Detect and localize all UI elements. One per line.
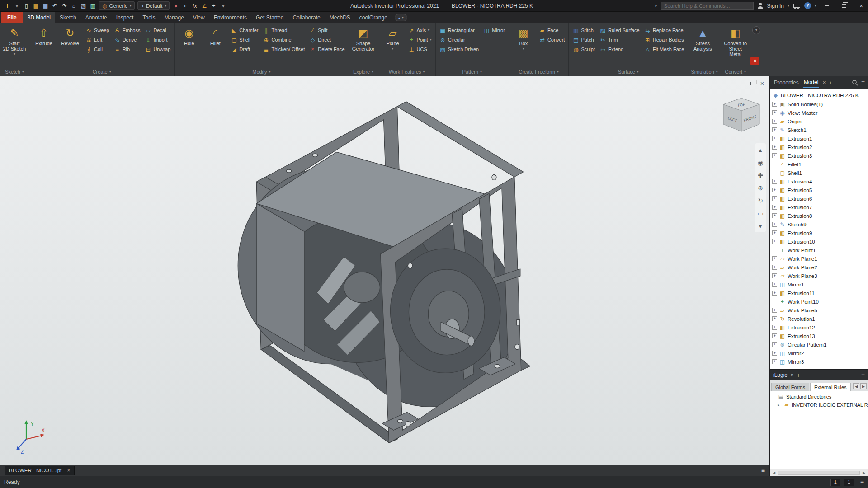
document-close-icon[interactable]: × xyxy=(760,80,764,87)
ribbon-tab-file[interactable]: File xyxy=(1,12,23,23)
browser-node-extrusion6[interactable]: +◧Extrusion6 xyxy=(772,194,868,203)
sign-in-caret-icon[interactable]: ▾ xyxy=(788,4,789,8)
parameters-fx-icon[interactable]: fx xyxy=(190,1,199,10)
panel-close-icon[interactable]: × xyxy=(822,80,826,86)
expand-icon[interactable]: + xyxy=(772,256,777,261)
expand-icon[interactable]: + xyxy=(772,222,777,227)
ribbon-tab-tools[interactable]: Tools xyxy=(138,12,160,23)
ribbon-button-derive[interactable]: ⇘Derive xyxy=(113,35,142,44)
ribbon-button-ruled-surface[interactable]: ▨Ruled Surface xyxy=(598,26,641,35)
ribbon-button-unwrap[interactable]: ⊟Unwrap xyxy=(143,45,172,54)
expand-icon[interactable]: + xyxy=(772,102,777,107)
scroll-right-icon[interactable]: ▶ xyxy=(861,471,867,475)
restore-button[interactable] xyxy=(837,0,851,11)
ribbon-button-sculpt[interactable]: ◍Sculpt xyxy=(571,45,596,54)
ilogic-close-icon[interactable]: × xyxy=(790,372,793,378)
browser-node-sketch9[interactable]: +✎Sketch9 xyxy=(772,220,868,229)
status-menu-icon[interactable]: ≡ xyxy=(860,479,864,486)
browser-node-work-point1[interactable]: +Work Point1 xyxy=(772,246,868,254)
browser-node-extrusion13[interactable]: +◧Extrusion13 xyxy=(772,332,868,340)
browser-node-mirror3[interactable]: +◫Mirror3 xyxy=(772,357,868,366)
ribbon-button-delete-face[interactable]: ×Delete Face xyxy=(308,45,346,54)
open-file-icon[interactable]: ▤ xyxy=(31,1,41,10)
ribbon-button-thread[interactable]: ∥Thread xyxy=(261,26,306,35)
expand-icon[interactable]: + xyxy=(772,316,777,321)
ilogic-tab[interactable]: iLogic xyxy=(773,372,787,378)
screen-capture-icon[interactable]: ▥ xyxy=(88,1,98,10)
ribbon-button-convert-to-sheet-metal[interactable]: ◧Convert toSheet Metal xyxy=(723,25,748,68)
ribbon-button-trim[interactable]: ✂Trim xyxy=(598,35,641,44)
document-tab-menu-icon[interactable]: ≡ xyxy=(761,467,765,474)
blower-3d-model[interactable] xyxy=(0,76,769,465)
render-icon[interactable]: ▧ xyxy=(79,1,88,10)
ribbon-button-import[interactable]: ⇓Import xyxy=(143,35,172,44)
add-tool-icon[interactable]: + xyxy=(209,1,218,10)
ribbon-button-combine[interactable]: ⊕Combine xyxy=(261,35,306,44)
expand-icon[interactable]: + xyxy=(772,188,777,192)
ribbon-button-sketch-driven[interactable]: ▨Sketch Driven xyxy=(438,45,480,54)
3d-viewport[interactable]: × TOP LEFT FRONT ▴◉✚⊕↻▭▾ xyxy=(0,76,769,465)
ribbon-button-ucs[interactable]: ⊥UCS xyxy=(407,45,433,54)
scroll-left-icon[interactable]: ◀ xyxy=(771,471,777,475)
zoom-icon[interactable]: ⊕ xyxy=(755,183,765,193)
browser-node-view-master[interactable]: +◉View: Master xyxy=(772,108,868,117)
ribbon-button-face[interactable]: ▰Face xyxy=(538,26,566,35)
navbar-more-icon[interactable]: ▾ xyxy=(755,221,765,231)
browser-node-extrusion8[interactable]: +◧Extrusion8 xyxy=(772,211,868,220)
look-at-icon[interactable]: ▭ xyxy=(755,208,765,218)
help-search-input[interactable] xyxy=(661,2,754,10)
ilogic-tab-global-forms[interactable]: Global Forms xyxy=(771,383,809,391)
ribbon-tab-inspect[interactable]: Inspect xyxy=(112,12,138,23)
browser-node-mirror2[interactable]: +◫Mirror2 xyxy=(772,349,868,357)
tab-scroll-left-icon[interactable]: ◀ xyxy=(853,383,859,389)
expand-icon[interactable]: + xyxy=(772,291,777,296)
ribbon-button-revolve[interactable]: ↻Revolve xyxy=(58,25,82,68)
ribbon-button-stitch[interactable]: ▥Stitch xyxy=(571,26,596,35)
appearance-select[interactable]: ◑Default▾ xyxy=(137,1,170,10)
ribbon-button-patch[interactable]: ▤Patch xyxy=(571,35,596,44)
ribbon-tab-mechds[interactable]: MechDS xyxy=(325,12,355,23)
measure-icon[interactable]: ∠ xyxy=(199,1,209,10)
ribbon-button-point[interactable]: +Point▾ xyxy=(407,35,433,44)
ribbon-button-decal[interactable]: ▱Decal xyxy=(143,26,172,35)
ribbon-button-plane[interactable]: ▱Plane▾ xyxy=(381,25,405,68)
expand-icon[interactable]: + xyxy=(772,136,777,141)
browser-node-extrusion3[interactable]: +◧Extrusion3 xyxy=(772,151,868,160)
ribbon-button-stress-analysis[interactable]: ▲StressAnalysis xyxy=(690,25,715,68)
help-caret-icon[interactable]: ▾ xyxy=(815,4,816,8)
browser-node-extrusion9[interactable]: +◧Extrusion9 xyxy=(772,229,868,237)
expand-icon[interactable]: + xyxy=(772,359,777,364)
ribbon-close-button[interactable]: × xyxy=(750,57,760,65)
ilogic-tab-external-rules[interactable]: External Rules xyxy=(810,383,851,391)
ribbon-button-replace-face[interactable]: ⇆Replace Face xyxy=(643,26,686,35)
expand-icon[interactable]: + xyxy=(772,239,777,244)
ribbon-button-draft[interactable]: ◢Draft xyxy=(229,45,259,54)
browser-node-extrusion4[interactable]: +◧Extrusion4 xyxy=(772,177,868,186)
document-restore-icon[interactable] xyxy=(750,82,755,85)
search-collapse-icon[interactable]: ▸ xyxy=(656,4,657,8)
browser-node-shell1[interactable]: ▢Shell1 xyxy=(772,169,868,177)
navbar-scroll-up-icon[interactable]: ▴ xyxy=(755,145,765,155)
new-file-icon[interactable]: ▯ xyxy=(22,1,31,10)
document-tab[interactable]: BLOWER - NICOT...ipt × xyxy=(5,466,75,475)
ribbon-tab-3d-model[interactable]: 3D Model xyxy=(23,12,55,23)
browser-node-blower-nicotra-rdh-225-k[interactable]: ◆BLOWER - NICOTRA RDH 225 K xyxy=(772,90,868,100)
ribbon-button-emboss[interactable]: AEmboss xyxy=(113,26,142,35)
ribbon-button-convert[interactable]: ⇄Convert xyxy=(538,35,566,44)
expand-icon[interactable]: + xyxy=(772,213,777,218)
horizontal-scrollbar[interactable]: ◀ ▶ xyxy=(770,469,868,476)
ribbon-button-repair-bodies[interactable]: ⊞Repair Bodies xyxy=(643,35,686,44)
expand-icon[interactable]: + xyxy=(772,119,777,124)
home-icon[interactable]: ⌂ xyxy=(69,1,79,10)
browser-node-work-plane2[interactable]: +▱Work Plane2 xyxy=(772,263,868,272)
ribbon-tab-view[interactable]: View xyxy=(189,12,209,23)
close-button[interactable]: × xyxy=(854,0,868,11)
expand-icon[interactable]: + xyxy=(772,153,777,158)
expand-icon[interactable]: + xyxy=(772,273,777,278)
ribbon-button-circular[interactable]: ⊛Circular xyxy=(438,35,480,44)
undo-icon[interactable]: ↶ xyxy=(50,1,60,10)
browser-node-fillet1[interactable]: ◜Fillet1 xyxy=(772,160,868,169)
tab-scroll-right-icon[interactable]: ▶ xyxy=(860,383,867,389)
expand-icon[interactable]: + xyxy=(772,110,777,115)
ilogic-add-icon[interactable]: + xyxy=(797,372,800,379)
